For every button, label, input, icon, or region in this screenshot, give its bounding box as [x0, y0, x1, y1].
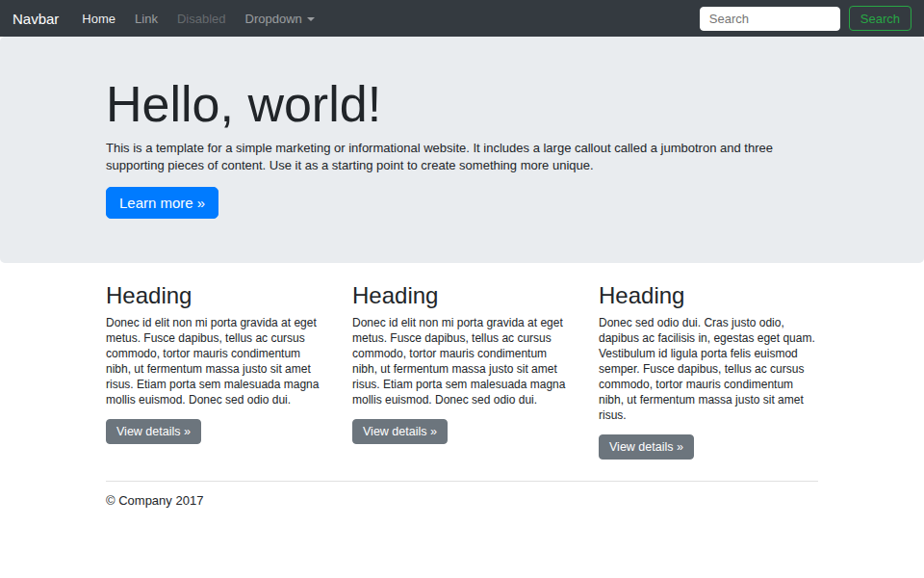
nav-item-disabled: Disabled — [167, 12, 236, 26]
footer: © Company 2017 — [106, 493, 818, 508]
page-title: Hello, world! — [106, 77, 818, 132]
nav-item-dropdown-label: Dropdown — [245, 12, 302, 26]
search-form: Search — [700, 6, 911, 31]
column-text: Donec id elit non mi porta gravida at eg… — [352, 315, 572, 407]
chevron-down-icon — [307, 17, 315, 21]
copyright-text: © Company 2017 — [106, 493, 818, 508]
learn-more-button[interactable]: Learn more » — [106, 187, 218, 219]
column-heading: Heading — [352, 284, 572, 307]
navbar-brand[interactable]: Navbar — [13, 11, 59, 27]
column-text: Donec id elit non mi porta gravida at eg… — [106, 315, 325, 407]
view-details-button-2[interactable]: View details » — [352, 419, 448, 444]
jumbotron-description: This is a template for a simple marketin… — [106, 140, 818, 174]
footer-divider — [106, 481, 818, 482]
navbar: Navbar Home Link Disabled Dropdown Searc… — [0, 0, 924, 37]
nav-item-home[interactable]: Home — [72, 12, 125, 26]
view-details-button-3[interactable]: View details » — [599, 434, 694, 460]
feature-column-1: Heading Donec id elit non mi porta gravi… — [106, 284, 325, 460]
search-input[interactable] — [700, 7, 840, 31]
feature-column-3: Heading Donec sed odio dui. Cras justo o… — [599, 284, 818, 460]
column-heading: Heading — [106, 284, 325, 307]
jumbotron: Hello, world! This is a template for a s… — [0, 37, 924, 263]
search-button[interactable]: Search — [849, 6, 911, 31]
feature-columns: Heading Donec id elit non mi porta gravi… — [106, 284, 818, 460]
navbar-nav: Home Link Disabled Dropdown — [72, 12, 323, 26]
navbar-brand-label: Navbar — [13, 11, 59, 27]
column-text: Donec sed odio dui. Cras justo odio, dap… — [599, 315, 818, 423]
nav-item-link[interactable]: Link — [125, 12, 167, 26]
view-details-button-1[interactable]: View details » — [106, 419, 201, 444]
nav-item-dropdown[interactable]: Dropdown — [236, 12, 324, 26]
feature-column-2: Heading Donec id elit non mi porta gravi… — [352, 284, 572, 460]
column-heading: Heading — [599, 284, 818, 307]
main-content: Hello, world! This is a template for a s… — [0, 37, 924, 508]
